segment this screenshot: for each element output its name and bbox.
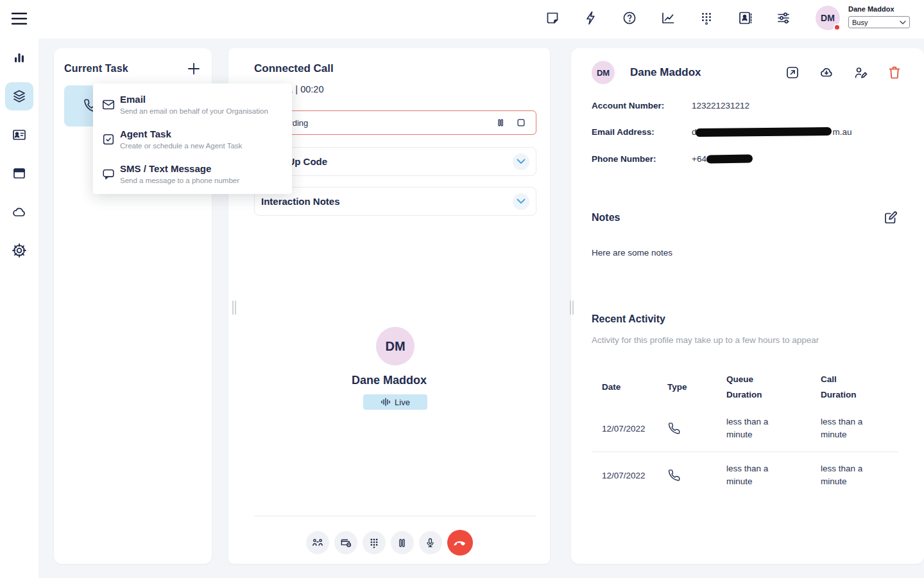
call-contact-initials: DM <box>385 339 405 354</box>
user-block: Dane Maddox Busy <box>848 5 912 28</box>
user-name: Dane Maddox <box>848 5 912 13</box>
menu-item-description: Create or schedule a new Agent Task <box>120 142 283 150</box>
preferences-icon[interactable] <box>776 10 791 26</box>
sms-icon <box>101 167 116 181</box>
add-task-menu: Email Send an email on behalf of your Or… <box>93 83 292 194</box>
sidebar-item-tasks[interactable] <box>5 82 33 110</box>
column-header-type: Type <box>667 380 719 395</box>
redaction-bar <box>695 127 831 137</box>
call-type-icon <box>667 468 726 483</box>
column-header-call-duration: Call Duration <box>821 372 872 402</box>
panel-resize-handle[interactable] <box>570 301 575 315</box>
connected-call-title: Connected Call <box>254 62 334 75</box>
end-call-button[interactable] <box>447 530 473 556</box>
phone-label: Phone Number: <box>592 154 692 164</box>
sidebar-item-reports[interactable] <box>5 44 33 72</box>
agent-task-icon <box>101 132 116 146</box>
transfer-call-button[interactable] <box>306 531 329 554</box>
dialpad-button[interactable] <box>363 531 386 554</box>
table-row: 12/07/2022 less than a minute less than … <box>571 452 898 498</box>
note-icon[interactable] <box>545 10 560 26</box>
phone-row: Phone Number: +642 <box>592 154 753 164</box>
call-controls <box>228 530 550 556</box>
status-select-value: Busy <box>852 19 868 26</box>
cell-date: 12/07/2022 <box>602 424 667 434</box>
column-header-date: Date <box>602 380 653 395</box>
chevron-down-icon <box>513 153 529 170</box>
sidebar-item-settings[interactable] <box>5 236 33 265</box>
column-header-queue-duration: Queue Duration <box>726 372 778 402</box>
account-number-value: 123221231212 <box>692 101 749 110</box>
hold-call-button[interactable] <box>391 531 414 554</box>
cell-call-duration: less than a minute <box>821 462 882 489</box>
email-value: dm.au <box>692 127 852 137</box>
pause-recording-button[interactable] <box>495 117 506 128</box>
menu-item-title: Agent Task <box>120 128 283 139</box>
edit-contact-icon[interactable] <box>853 65 868 80</box>
add-task-button[interactable] <box>186 61 201 76</box>
cell-queue-duration: less than a minute <box>726 416 788 442</box>
delete-contact-icon[interactable] <box>887 65 902 80</box>
profile-avatar-initials: DM <box>597 68 610 78</box>
download-profile-icon[interactable] <box>819 65 834 80</box>
cell-call-duration: less than a minute <box>821 416 882 442</box>
menu-item-description: Send an email on behalf of your Organisa… <box>120 107 283 115</box>
email-row: Email Address: dm.au <box>592 127 852 137</box>
wrap-up-code-accordion[interactable]: Wrap Up Code <box>254 147 536 176</box>
status-dot <box>834 24 841 31</box>
cell-queue-duration: less than a minute <box>726 462 788 489</box>
sidebar-item-contacts[interactable] <box>5 121 33 149</box>
menu-item-email[interactable]: Email Send an email on behalf of your Or… <box>93 90 292 125</box>
sidebar-item-cloud[interactable] <box>5 198 33 226</box>
table-row: 12/07/2022 less than a minute less than … <box>571 405 898 451</box>
recent-activity-subtitle: Activity for this profile may take up to… <box>592 335 819 345</box>
redaction-bar <box>706 154 753 164</box>
recent-activity-title: Recent Activity <box>592 313 665 325</box>
controls-divider <box>254 516 536 516</box>
recent-activity-table: Date Type Queue Duration Call Duration 1… <box>571 369 898 498</box>
panel-resize-handle[interactable] <box>232 301 237 315</box>
notes-title: Notes <box>592 212 620 223</box>
analytics-icon[interactable] <box>660 10 676 26</box>
hamburger-menu-icon[interactable] <box>10 10 28 28</box>
table-header: Date Type Queue Duration Call Duration <box>571 369 898 405</box>
recording-bar: Recording <box>259 110 536 135</box>
cell-date: 12/07/2022 <box>602 471 667 480</box>
mute-microphone-button[interactable] <box>419 531 442 554</box>
interaction-notes-accordion[interactable]: Interaction Notes <box>254 187 536 216</box>
dialpad-icon[interactable] <box>699 10 714 26</box>
profile-avatar: DM <box>592 61 615 84</box>
menu-item-agent-task[interactable]: Agent Task Create or schedule a new Agen… <box>93 125 292 159</box>
user-avatar-initials: DM <box>821 13 835 23</box>
live-badge: Live <box>363 394 427 410</box>
profile-name: Dane Maddox <box>630 66 701 79</box>
sidebar-item-workspace[interactable] <box>5 159 33 188</box>
menu-item-title: Email <box>120 94 283 105</box>
live-badge-label: Live <box>395 398 410 407</box>
open-profile-icon[interactable] <box>785 65 800 80</box>
waveform-icon <box>381 398 391 407</box>
current-task-title: Current Task <box>64 63 128 74</box>
edit-notes-icon[interactable] <box>883 210 898 225</box>
notes-body: Here are some notes <box>592 248 672 258</box>
voicemail-drop-button[interactable] <box>334 531 357 554</box>
call-contact-avatar: DM <box>376 327 415 365</box>
help-icon[interactable] <box>622 10 637 26</box>
call-type-icon <box>667 421 726 436</box>
user-avatar[interactable]: DM <box>816 6 840 30</box>
email-label: Email Address: <box>592 127 692 137</box>
lightning-icon[interactable] <box>583 10 599 26</box>
email-icon <box>101 98 116 112</box>
status-select[interactable]: Busy <box>848 16 910 28</box>
interaction-notes-label: Interaction Notes <box>261 196 340 207</box>
top-bar: DM Dane Maddox Busy <box>0 0 924 39</box>
account-number-label: Account Number: <box>592 101 692 110</box>
stop-recording-button[interactable] <box>515 117 527 128</box>
account-number-row: Account Number: 123221231212 <box>592 101 749 110</box>
chevron-down-icon <box>513 193 529 210</box>
menu-item-sms[interactable]: SMS / Text Message Send a message to a p… <box>93 159 292 194</box>
sidebar <box>0 39 38 578</box>
contacts-icon[interactable] <box>737 10 753 26</box>
call-contact-name: Dane Maddox <box>228 374 550 387</box>
topbar-icon-row <box>545 10 791 26</box>
